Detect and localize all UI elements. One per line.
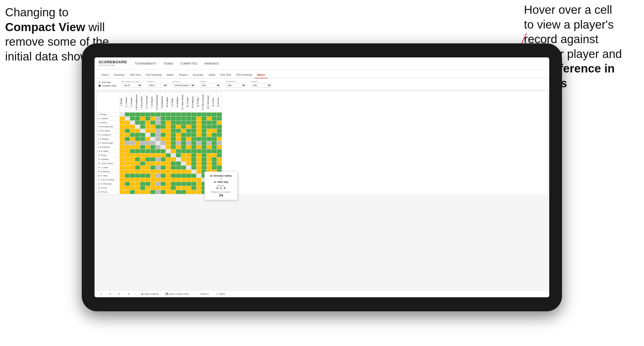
matrix-cell-15-3[interactable] <box>135 174 140 178</box>
matrix-cell-9-18[interactable] <box>212 149 217 153</box>
matrix-cell-7-13[interactable] <box>186 141 191 145</box>
matrix-cell-14-1[interactable] <box>125 170 130 174</box>
conference-select[interactable]: (All) <box>226 83 246 88</box>
matrix-cell-11-8[interactable] <box>161 157 166 162</box>
matrix-cell-13-18[interactable] <box>212 166 217 170</box>
matrix-cell-15-6[interactable] <box>150 174 156 178</box>
matrix-cell-5-15[interactable] <box>196 133 202 137</box>
matrix-cell-18-2[interactable] <box>130 186 135 190</box>
matrix-cell-3-13[interactable] <box>186 125 191 129</box>
matrix-cell-14-0[interactable] <box>120 170 125 174</box>
matrix-cell-8-2[interactable] <box>130 145 135 149</box>
matrix-cell-1-0[interactable] <box>120 117 125 121</box>
matrix-cell-5-19[interactable] <box>217 133 222 137</box>
matrix-cell-2-10[interactable] <box>171 121 176 125</box>
matrix-cell-6-16[interactable] <box>202 137 207 141</box>
matrix-cell-16-5[interactable] <box>145 178 150 182</box>
matrix-cell-18-12[interactable] <box>181 186 186 190</box>
matrix-cell-5-9[interactable] <box>166 133 171 137</box>
matrix-cell-1-10[interactable] <box>171 117 176 121</box>
matrix-cell-10-9[interactable] <box>166 153 171 157</box>
matrix-cell-8-10[interactable] <box>171 145 176 149</box>
matrix-cell-18-11[interactable] <box>176 186 181 190</box>
matrix-cell-5-11[interactable] <box>176 133 181 137</box>
matrix-cell-5-12[interactable] <box>181 133 186 137</box>
matrix-cell-10-19[interactable] <box>217 153 222 157</box>
matrix-cell-16-13[interactable] <box>186 178 191 182</box>
matrix-cell-18-15[interactable] <box>196 186 202 190</box>
matrix-cell-0-9[interactable] <box>166 113 171 117</box>
matrix-cell-10-11[interactable] <box>176 153 181 157</box>
matrix-cell-0-12[interactable] <box>181 113 186 117</box>
matrix-cell-13-1[interactable] <box>125 166 130 170</box>
matrix-cell-6-2[interactable] <box>130 137 135 141</box>
matrix-cell-3-4[interactable] <box>140 125 145 129</box>
matrix-cell-2-6[interactable] <box>150 121 156 125</box>
matrix-cell-2-2[interactable] <box>130 121 135 125</box>
matrix-cell-3-6[interactable] <box>150 125 156 129</box>
matrix-cell-0-14[interactable] <box>191 113 196 117</box>
matrix-cell-11-1[interactable] <box>125 157 130 162</box>
matrix-cell-12-11[interactable] <box>176 162 181 166</box>
tab-h2h-grid-1[interactable]: H2H Grid <box>127 72 143 78</box>
full-view-option[interactable]: Full View <box>99 81 116 84</box>
gender-select[interactable]: Men's <box>147 83 168 88</box>
matrix-cell-15-13[interactable] <box>186 174 191 178</box>
matrix-cell-5-6[interactable] <box>150 133 156 137</box>
matrix-cell-11-13[interactable] <box>186 157 191 162</box>
matrix-cell-18-5[interactable] <box>145 186 150 190</box>
matrix-cell-18-4[interactable] <box>140 186 145 190</box>
matrix-cell-11-3[interactable] <box>135 157 140 162</box>
matrix-cell-2-12[interactable] <box>181 121 186 125</box>
matrix-cell-18-1[interactable] <box>125 186 130 190</box>
matrix-cell-1-13[interactable] <box>186 117 191 121</box>
matrix-cell-17-3[interactable] <box>135 182 140 186</box>
matrix-cell-11-6[interactable] <box>150 157 156 162</box>
matrix-cell-9-0[interactable] <box>120 149 125 153</box>
matrix-cell-16-9[interactable] <box>166 178 171 182</box>
matrix-cell-17-9[interactable] <box>166 182 171 186</box>
matrix-cell-0-8[interactable] <box>161 113 166 117</box>
matrix-cell-13-13[interactable] <box>186 166 191 170</box>
matrix-cell-16-8[interactable] <box>161 178 166 182</box>
matrix-cell-7-6[interactable] <box>150 141 156 145</box>
matrix-cell-13-12[interactable] <box>181 166 186 170</box>
matrix-cell-5-1[interactable] <box>125 133 130 137</box>
matrix-cell-5-3[interactable] <box>135 133 140 137</box>
matrix-cell-5-16[interactable] <box>202 133 207 137</box>
matrix-cell-19-13[interactable] <box>186 190 191 194</box>
matrix-cell-9-10[interactable] <box>171 149 176 153</box>
matrix-cell-12-10[interactable] <box>171 162 176 166</box>
matrix-cell-10-6[interactable] <box>150 153 156 157</box>
compact-view-option[interactable]: Compact View <box>99 84 116 87</box>
matrix-cell-4-1[interactable] <box>125 129 130 133</box>
nav-committee[interactable]: COMMITTEE <box>180 61 197 66</box>
matrix-cell-4-10[interactable] <box>171 129 176 133</box>
matrix-cell-0-6[interactable] <box>150 113 156 117</box>
matrix-cell-11-4[interactable] <box>140 157 145 162</box>
matrix-cell-5-2[interactable] <box>130 133 135 137</box>
matrix-cell-7-7[interactable] <box>156 141 161 145</box>
matrix-cell-6-7[interactable] <box>156 137 161 141</box>
matrix-cell-12-5[interactable] <box>145 162 150 166</box>
matrix-cell-13-8[interactable] <box>161 166 166 170</box>
matrix-cell-6-13[interactable] <box>186 137 191 141</box>
matrix-cell-11-16[interactable] <box>202 157 207 162</box>
matrix-cell-5-14[interactable] <box>191 133 196 137</box>
matrix-cell-0-18[interactable] <box>212 113 217 117</box>
matrix-cell-12-12[interactable] <box>181 162 186 166</box>
matrix-cell-2-14[interactable] <box>191 121 196 125</box>
matrix-cell-8-3[interactable] <box>135 145 140 149</box>
matrix-cell-16-14[interactable] <box>191 178 196 182</box>
matrix-cell-7-4[interactable] <box>140 141 145 145</box>
matrix-cell-8-13[interactable] <box>186 145 191 149</box>
matrix-cell-12-13[interactable] <box>186 162 191 166</box>
matrix-cell-4-17[interactable] <box>207 129 212 133</box>
matrix-cell-1-6[interactable] <box>150 117 156 121</box>
matrix-cell-1-18[interactable] <box>212 117 217 121</box>
matrix-cell-10-0[interactable] <box>120 153 125 157</box>
matrix-cell-8-5[interactable] <box>145 145 150 149</box>
matrix-cell-17-12[interactable] <box>181 182 186 186</box>
matrix-cell-15-2[interactable] <box>130 174 135 178</box>
matrix-cell-0-16[interactable] <box>202 113 207 117</box>
